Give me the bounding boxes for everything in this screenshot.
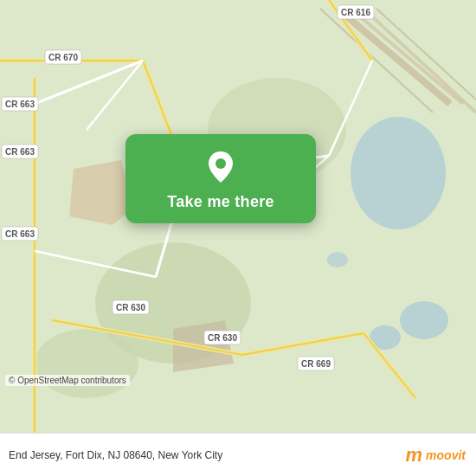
svg-text:CR 663: CR 663 [5,147,35,157]
take-me-there-card[interactable]: Take me there [125,134,316,223]
svg-text:CR 669: CR 669 [301,359,331,369]
svg-text:CR 663: CR 663 [5,100,35,109]
svg-text:CR 630: CR 630 [116,303,145,312]
osm-credit: © OpenStreetMap contributors [5,375,130,386]
svg-point-2 [400,301,448,339]
moovit-text: moovit [426,448,466,462]
svg-text:CR 616: CR 616 [341,8,370,17]
svg-point-4 [327,252,348,267]
svg-text:CR 663: CR 663 [5,229,35,239]
svg-point-54 [215,158,226,169]
moovit-logo: m moovit [406,444,466,466]
bottom-bar: End Jersey, Fort Dix, NJ 08640, New York… [0,433,476,476]
svg-text:CR 630: CR 630 [208,333,237,343]
svg-point-1 [351,117,446,229]
take-me-there-label: Take me there [167,193,274,211]
svg-text:CR 670: CR 670 [48,53,78,62]
svg-point-6 [35,329,138,398]
address-text: End Jersey, Fort Dix, NJ 08640, New York… [9,449,406,461]
moovit-m-letter: m [406,444,423,466]
location-pin-icon [202,148,240,186]
map-view[interactable]: CR 616 CR 670 CR 663 CR 663 CR 616 CR 66… [0,0,476,433]
